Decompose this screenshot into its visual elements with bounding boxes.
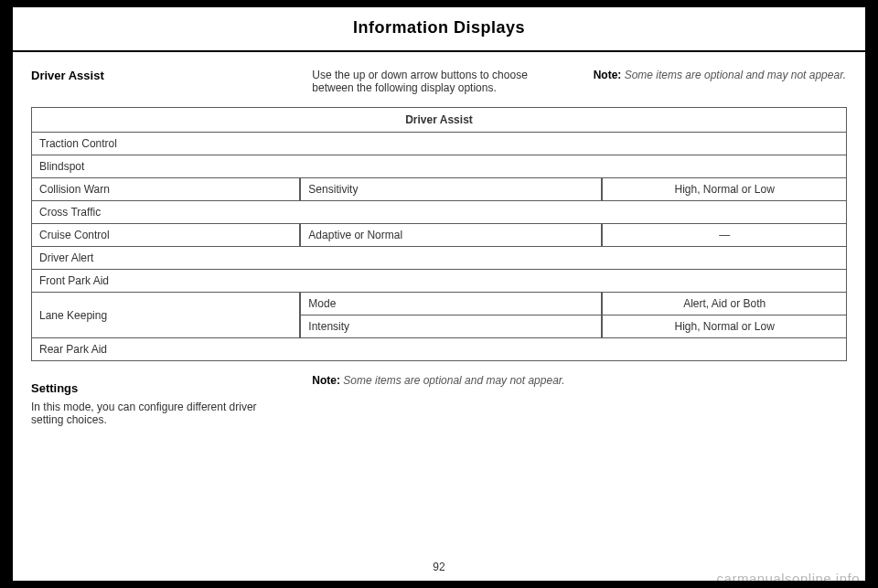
cell-front-park-aid: Front Park Aid bbox=[31, 270, 847, 293]
cell-cross-traffic: Cross Traffic bbox=[31, 201, 847, 224]
page-content: Driver Assist Use the up or down arrow b… bbox=[13, 52, 865, 435]
cell-traction: Traction Control bbox=[31, 133, 847, 155]
note-label: Note: bbox=[594, 69, 622, 81]
table-header-row: Driver Assist bbox=[31, 107, 847, 133]
table-row: Cruise Control Adaptive or Normal — bbox=[31, 224, 847, 247]
note-label-bottom: Note: bbox=[312, 374, 340, 387]
table-row: Rear Park Aid bbox=[31, 338, 847, 361]
cell-lane-keeping-intensity: Intensity bbox=[300, 315, 602, 338]
table-row: Cross Traffic bbox=[31, 201, 847, 224]
cell-blindspot: Blindspot bbox=[31, 155, 847, 178]
cell-collision-warn-param: Sensitivity bbox=[300, 178, 602, 201]
cell-collision-warn: Collision Warn bbox=[31, 178, 300, 201]
note-text-bottom: Some items are optional and may not appe… bbox=[340, 374, 565, 387]
watermark: carmanualsonline.info bbox=[717, 571, 860, 586]
cell-collision-warn-val: High, Normal or Low bbox=[602, 178, 847, 201]
cell-lane-keeping-intensity-val: High, Normal or Low bbox=[602, 315, 847, 338]
cell-driver-alert: Driver Alert bbox=[31, 247, 847, 270]
table-row: Driver Alert bbox=[31, 247, 847, 270]
table-row: Traction Control bbox=[31, 133, 847, 155]
intro-columns: Driver Assist Use the up or down arrow b… bbox=[31, 69, 847, 94]
col-bottom-note: Note: Some items are optional and may no… bbox=[312, 374, 565, 426]
instruction-text: Use the up or down arrow buttons to choo… bbox=[312, 69, 527, 94]
below-columns: Settings In this mode, you can configure… bbox=[31, 374, 847, 426]
cell-lane-keeping: Lane Keeping bbox=[31, 293, 300, 338]
cell-cruise-control-param: Adaptive or Normal bbox=[300, 224, 602, 247]
page-title: Information Displays bbox=[13, 7, 865, 52]
driver-assist-table: Driver Assist Traction Control Blindspot… bbox=[31, 107, 847, 361]
cell-cruise-control: Cruise Control bbox=[31, 224, 300, 247]
col-empty bbox=[594, 374, 847, 426]
settings-heading: Settings bbox=[31, 381, 284, 395]
driver-assist-heading: Driver Assist bbox=[31, 69, 104, 82]
table-row: Blindspot bbox=[31, 155, 847, 178]
cell-lane-keeping-mode-val: Alert, Aid or Both bbox=[602, 293, 847, 315]
col-section-head: Driver Assist bbox=[31, 69, 284, 94]
table-header: Driver Assist bbox=[31, 107, 847, 133]
note-text: Some items are optional and may not appe… bbox=[621, 69, 846, 81]
col-settings: Settings In this mode, you can configure… bbox=[31, 374, 284, 426]
cell-cruise-control-val: — bbox=[602, 224, 847, 247]
cell-lane-keeping-mode: Mode bbox=[300, 293, 602, 315]
table-row: Lane Keeping Mode Alert, Aid or Both bbox=[31, 293, 847, 315]
settings-text: In this mode, you can configure differen… bbox=[31, 401, 284, 426]
table-row: Front Park Aid bbox=[31, 270, 847, 293]
col-note: Note: Some items are optional and may no… bbox=[594, 69, 847, 94]
table-row: Collision Warn Sensitivity High, Normal … bbox=[31, 178, 847, 201]
col-instruction: Use the up or down arrow buttons to choo… bbox=[312, 69, 565, 94]
cell-rear-park-aid: Rear Park Aid bbox=[31, 338, 847, 361]
